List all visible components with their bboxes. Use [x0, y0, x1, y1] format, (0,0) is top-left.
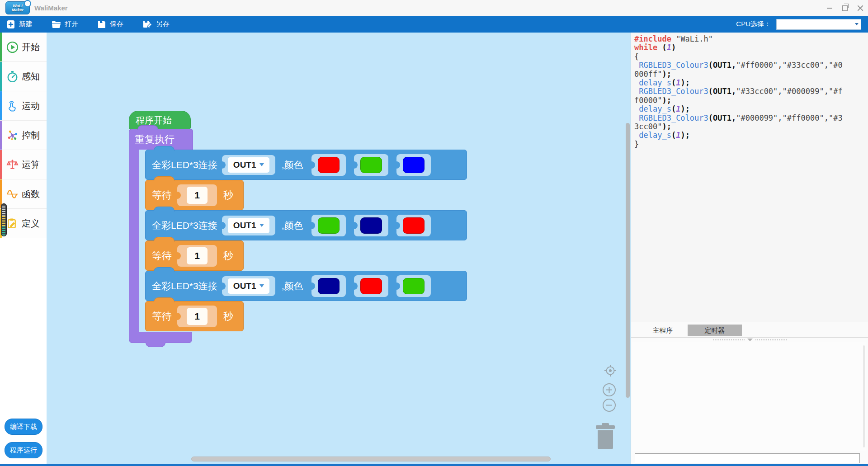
color-slot-3[interactable]: [396, 215, 431, 236]
output-scrollbar[interactable]: [863, 345, 865, 447]
accent-bar: [0, 62, 2, 91]
led-block[interactable]: 全彩LED*3连接 OUT1 ,颜色: [145, 271, 467, 301]
accent-bar: [0, 121, 2, 150]
open-folder-icon: [52, 20, 61, 29]
wait-value-slot[interactable]: 1: [177, 184, 217, 206]
wait-value-input[interactable]: 1: [187, 247, 208, 264]
minimize-button[interactable]: [822, 0, 837, 16]
zoom-out-button[interactable]: [602, 398, 616, 412]
cpu-select-group: CPU选择：: [736, 19, 861, 30]
splitter-dots: [755, 339, 787, 340]
block-label: 全彩LED*3连接: [152, 219, 217, 232]
save-icon: [97, 20, 106, 29]
app-window: WaLi Maker WaliMaker 新建 打开 保存 另存 C: [0, 0, 868, 466]
wait-value-input[interactable]: 1: [187, 187, 208, 204]
color-slot-3[interactable]: [396, 154, 431, 176]
port-dropdown[interactable]: OUT1: [222, 276, 275, 296]
color-chip: [360, 157, 382, 173]
save-as-button[interactable]: 另存: [142, 20, 170, 29]
color-chip: [403, 157, 425, 173]
trash-icon[interactable]: [594, 423, 617, 450]
program-run-button[interactable]: 程序运行: [5, 442, 42, 458]
port-value: OUT1: [233, 281, 256, 291]
color-chip: [403, 278, 425, 294]
handle-stripes: [2, 216, 5, 226]
category-sidebar: 开始 感知 运动 控制 运算: [0, 33, 47, 466]
touch-hand-icon: [6, 99, 19, 112]
port-dropdown[interactable]: OUT1: [222, 155, 275, 175]
wait-block[interactable]: 等待 1 秒: [145, 180, 244, 210]
timer-output-area: [632, 342, 866, 451]
led-block[interactable]: 全彩LED*3连接 OUT1 ,颜色: [145, 210, 467, 240]
sidebar-item-define[interactable]: 定义: [0, 209, 47, 238]
code-panel: #include "WaLi.h"while (1){ RGBLED3_Colo…: [631, 33, 868, 466]
save-label: 保存: [110, 20, 123, 28]
canvas-horizontal-scrollbar[interactable]: [191, 457, 551, 461]
zoom-in-button[interactable]: [602, 383, 616, 397]
color-slot-2[interactable]: [354, 215, 388, 236]
block-canvas[interactable]: 程序开始 重复执行 全彩LED*3连接 OUT1 ,颜色 等待 1: [47, 33, 631, 466]
wait-value-slot[interactable]: 1: [177, 306, 217, 327]
window-controls: [822, 0, 868, 16]
center-view-button[interactable]: [604, 364, 617, 377]
repeat-block-arm[interactable]: [129, 149, 139, 332]
stopwatch-icon: [6, 70, 19, 83]
restore-icon: [842, 5, 848, 11]
chevron-down-icon: [259, 284, 264, 287]
tab-timer[interactable]: 定时器: [688, 325, 742, 336]
main-toolbar: 新建 打开 保存 另存 CPU选择：: [0, 16, 868, 33]
chevron-down-icon: [259, 163, 264, 166]
cpu-select-dropdown[interactable]: [776, 19, 861, 30]
block-label: 秒: [223, 188, 233, 202]
color-slot-2[interactable]: [354, 154, 388, 176]
window-title: WaliMaker: [34, 4, 68, 12]
color-slot-1[interactable]: [311, 154, 346, 176]
minimize-icon: [827, 8, 832, 9]
new-button[interactable]: 新建: [6, 20, 33, 29]
port-value: OUT1: [233, 221, 256, 231]
tab-main-program[interactable]: 主程序: [642, 325, 683, 336]
repeat-block-foot[interactable]: [129, 332, 192, 343]
block-label: ,颜色: [282, 159, 303, 171]
block-label: 程序开始: [136, 114, 172, 127]
accent-bar: [0, 150, 2, 179]
close-button[interactable]: [853, 0, 868, 16]
sidebar-item-control[interactable]: 控制: [0, 121, 47, 150]
app-logo: WaLi Maker: [5, 1, 30, 14]
color-chip: [318, 217, 340, 234]
sidebar-item-operation[interactable]: 运算: [0, 150, 47, 179]
block-label: ,颜色: [282, 280, 303, 292]
wait-value-input[interactable]: 1: [187, 308, 208, 325]
window-bottom-border: [0, 464, 868, 466]
status-input[interactable]: [635, 453, 860, 463]
open-button[interactable]: 打开: [52, 20, 78, 29]
color-chip: [360, 217, 382, 234]
led-block[interactable]: 全彩LED*3连接 OUT1 ,颜色: [145, 150, 467, 180]
sidebar-item-motion[interactable]: 运动: [0, 91, 47, 121]
close-icon: [857, 5, 863, 11]
color-slot-3[interactable]: [396, 275, 431, 297]
wait-block[interactable]: 等待 1 秒: [145, 301, 244, 331]
new-label: 新建: [19, 20, 33, 28]
sidebar-item-function[interactable]: 函数: [0, 179, 47, 209]
panel-splitter[interactable]: [708, 338, 792, 342]
wait-block[interactable]: 等待 1 秒: [145, 240, 244, 271]
color-slot-1[interactable]: [311, 215, 346, 236]
compile-download-button[interactable]: 编译下载: [5, 419, 42, 435]
save-button[interactable]: 保存: [97, 20, 123, 29]
color-chip: [318, 278, 340, 294]
sidebar-item-sense[interactable]: 感知: [0, 62, 47, 91]
canvas-vertical-scrollbar[interactable]: [626, 123, 630, 398]
port-dropdown[interactable]: OUT1: [222, 216, 275, 235]
color-slot-1[interactable]: [311, 275, 346, 297]
new-file-icon: [6, 20, 15, 29]
palette-handle[interactable]: [1, 203, 7, 236]
color-slot-2[interactable]: [354, 275, 388, 297]
wait-value-slot[interactable]: 1: [177, 245, 217, 267]
open-label: 打开: [65, 20, 78, 28]
sidebar-item-start[interactable]: 开始: [0, 33, 47, 62]
save-as-icon: [142, 20, 152, 29]
code-view: #include "WaLi.h"while (1){ RGBLED3_Colo…: [631, 33, 868, 322]
play-icon: [6, 41, 19, 53]
restore-button[interactable]: [837, 0, 853, 16]
